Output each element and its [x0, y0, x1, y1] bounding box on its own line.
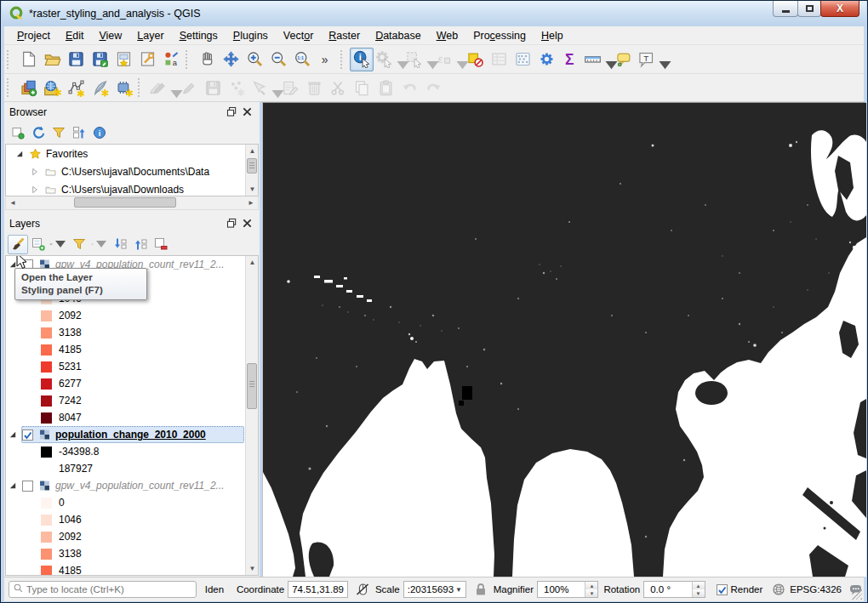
chevron-down-icon[interactable]: [94, 236, 109, 253]
current-edits-button[interactable]: [147, 76, 177, 100]
layer-row[interactable]: population_change_2010_2000: [6, 426, 258, 443]
add-group-button[interactable]: [28, 235, 49, 254]
toolbar-grip[interactable]: [7, 50, 13, 69]
scroll-down-icon[interactable]: ▼: [246, 183, 259, 196]
pan-to-selection-button[interactable]: [219, 48, 243, 71]
expander-expanded-icon[interactable]: [6, 481, 20, 490]
menu-help[interactable]: Help: [534, 28, 571, 43]
manage-map-themes-button[interactable]: [49, 235, 69, 254]
scale-combobox[interactable]: :20315693▼: [403, 581, 466, 598]
toolbar-grip[interactable]: [186, 50, 191, 69]
expander-collapsed-icon[interactable]: [28, 185, 42, 194]
menu-settings[interactable]: Settings: [172, 28, 226, 43]
zoom-out-button[interactable]: [266, 48, 290, 71]
map-canvas[interactable]: [262, 102, 865, 577]
vertex-tool-button[interactable]: [248, 76, 278, 100]
chevron-down-icon[interactable]: [656, 55, 664, 63]
menu-layer[interactable]: Layer: [129, 28, 171, 43]
run-feature-action-button[interactable]: [374, 48, 403, 71]
identify-features-button[interactable]: i: [350, 48, 374, 71]
chevron-down-icon[interactable]: [168, 84, 175, 92]
redo-button[interactable]: [421, 76, 445, 100]
layer-row[interactable]: gpw_v4_population_count_rev11_2...: [6, 477, 258, 494]
expander-collapsed-icon[interactable]: [28, 168, 42, 176]
open-attribute-table-button[interactable]: [487, 48, 511, 71]
chevron-down-icon[interactable]: [394, 55, 402, 63]
remove-layer-button[interactable]: [151, 235, 171, 254]
scroll-right-icon[interactable]: ►: [244, 196, 258, 208]
extents-tracking-icon[interactable]: [355, 582, 370, 597]
show-layout-manager-button[interactable]: [135, 48, 159, 71]
select-features-button[interactable]: [403, 48, 433, 71]
locator-search[interactable]: [9, 581, 197, 598]
paste-features-button[interactable]: [374, 76, 397, 100]
measure-line-button[interactable]: [582, 48, 612, 71]
toolbar-grip[interactable]: [7, 78, 13, 97]
add-selected-layers-button[interactable]: [8, 123, 28, 143]
browser-close-button[interactable]: [239, 105, 254, 120]
sum-features-button[interactable]: Σ: [558, 48, 582, 71]
menu-project[interactable]: Project: [9, 28, 58, 43]
delete-selected-button[interactable]: [302, 76, 326, 100]
undo-button[interactable]: [397, 76, 421, 100]
zoom-native-button[interactable]: 1:1: [290, 48, 314, 71]
menu-vector[interactable]: Vector: [276, 28, 321, 43]
browser-horizontal-scrollbar[interactable]: ◄ ►: [5, 196, 259, 210]
chevron-down-icon[interactable]: ▼: [454, 586, 464, 594]
expander-expanded-icon[interactable]: [6, 430, 20, 439]
modify-attributes-button[interactable]: [278, 76, 302, 100]
spin-up-icon[interactable]: ▲: [585, 582, 597, 589]
rotation-spinbox[interactable]: 0.0 ° ▲▼: [643, 581, 705, 598]
browser-vertical-scrollbar[interactable]: ▲ ▼: [245, 145, 258, 196]
browser-float-button[interactable]: [224, 105, 239, 120]
select-by-expression-button[interactable]: ε: [433, 48, 463, 71]
statistical-summary-button[interactable]: [511, 48, 534, 71]
menu-edit[interactable]: Edit: [58, 28, 92, 43]
layers-close-button[interactable]: [239, 216, 254, 231]
add-feature-button[interactable]: [225, 76, 248, 100]
coordinate-input[interactable]: 74.51,31.89: [288, 581, 348, 598]
filter-browser-button[interactable]: [49, 123, 69, 143]
crs-globe-icon[interactable]: [771, 582, 786, 597]
collapse-all-button[interactable]: [130, 235, 151, 254]
layers-float-button[interactable]: [224, 216, 239, 231]
scroll-up-icon[interactable]: ▲: [246, 256, 259, 269]
chevron-down-icon[interactable]: [424, 55, 431, 63]
minimize-button[interactable]: [773, 1, 798, 17]
style-manager-button[interactable]: a: [159, 48, 183, 71]
scroll-down-icon[interactable]: ▼: [246, 562, 259, 575]
menu-web[interactable]: Web: [429, 28, 465, 43]
spin-down-icon[interactable]: ▼: [693, 589, 705, 597]
menu-view[interactable]: View: [91, 28, 129, 43]
layer-properties-button[interactable]: i: [89, 123, 110, 143]
expander-expanded-icon[interactable]: [13, 150, 26, 158]
copy-features-button[interactable]: [350, 76, 374, 100]
filter-legend-button[interactable]: [69, 235, 89, 254]
scroll-up-icon[interactable]: ▲: [246, 145, 259, 157]
new-shapefile-layer-button[interactable]: [64, 76, 88, 100]
text-annotation-button[interactable]: T: [636, 48, 665, 71]
map-tips-button[interactable]: [612, 48, 636, 71]
spin-down-icon[interactable]: ▼: [585, 589, 597, 597]
new-geopackage-layer-button[interactable]: [88, 76, 111, 100]
scale-lock-icon[interactable]: [473, 582, 488, 597]
add-raster-layer-button[interactable]: [40, 76, 64, 100]
menu-database[interactable]: Database: [368, 28, 429, 43]
title-bar[interactable]: *raster_styling_and_analysis - QGIS X: [2, 1, 866, 26]
chevron-down-icon[interactable]: [269, 84, 277, 92]
open-project-button[interactable]: [40, 48, 64, 71]
new-project-button[interactable]: [16, 48, 40, 71]
toolbar-grip[interactable]: [138, 78, 144, 97]
expand-all-button[interactable]: [110, 235, 130, 254]
scroll-left-icon[interactable]: ◄: [6, 196, 20, 208]
maximize-button[interactable]: [797, 1, 821, 17]
layer-visibility-checkbox[interactable]: [22, 429, 33, 441]
save-project-as-button[interactable]: [88, 48, 111, 71]
zoom-in-button[interactable]: [243, 48, 266, 71]
magnifier-spinbox[interactable]: 100% ▲▼: [537, 581, 598, 598]
menu-raster[interactable]: Raster: [321, 28, 368, 43]
layer-visibility-checkbox[interactable]: [22, 481, 33, 492]
browser-item[interactable]: Favorites: [6, 145, 258, 162]
refresh-button[interactable]: [28, 123, 49, 143]
close-button[interactable]: X: [820, 1, 859, 17]
